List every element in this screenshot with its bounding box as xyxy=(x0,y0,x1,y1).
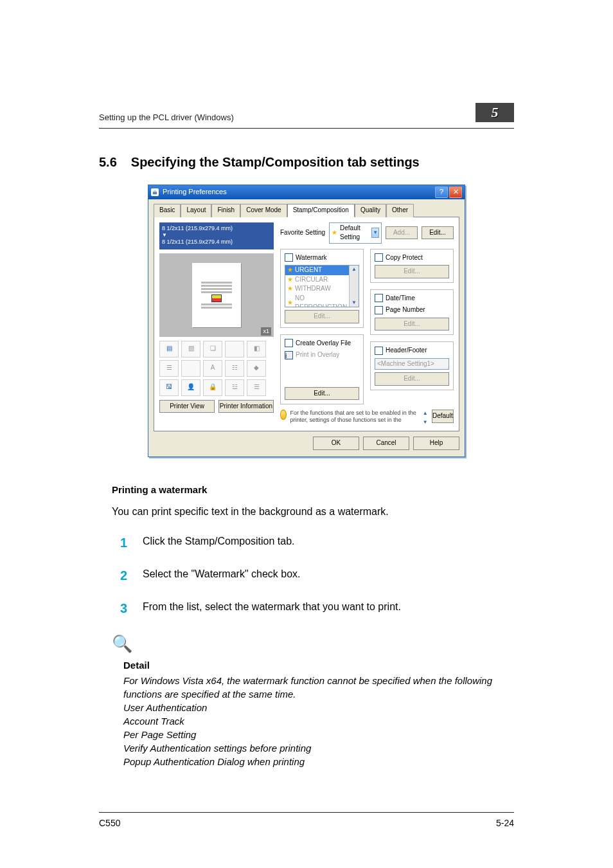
page-number-checkbox[interactable]: Page Number xyxy=(375,305,449,315)
opt-icon-4[interactable] xyxy=(225,341,244,357)
opt-icon-15[interactable]: ☰ xyxy=(247,379,266,396)
intro-paragraph: You can print specific text in the backg… xyxy=(112,504,514,519)
detail-body: For Windows Vista x64, the watermark fun… xyxy=(123,674,514,768)
opt-icon-14[interactable]: ☳ xyxy=(225,379,244,396)
star-icon: ★ xyxy=(332,228,337,238)
titlebar[interactable]: Printing Preferences ? ✕ xyxy=(148,185,465,199)
bulb-icon xyxy=(280,410,287,420)
tab-stamp-composition[interactable]: Stamp/Composition xyxy=(287,204,355,217)
detail-heading: Detail xyxy=(123,658,514,673)
section-title: Specifying the Stamp/Composition tab set… xyxy=(131,153,420,172)
magnifier-icon: 🔍 xyxy=(112,632,514,656)
svg-rect-0 xyxy=(153,192,157,194)
copy-protect-edit-button[interactable]: Edit... xyxy=(375,265,449,278)
tab-layout[interactable]: Layout xyxy=(181,204,211,217)
opt-icon-13[interactable]: 🔒 xyxy=(203,379,222,396)
overlay-group: Create Overlay File iPrint in Overlay Ed… xyxy=(280,334,364,405)
create-overlay-checkbox[interactable]: Create Overlay File xyxy=(285,339,359,348)
app-icon xyxy=(151,188,159,196)
overlay-edit-button[interactable]: Edit... xyxy=(285,387,359,401)
watermark-check-label: Watermark xyxy=(296,253,327,263)
opt-icon-2[interactable]: ▧ xyxy=(181,341,200,357)
header-footer-edit-button[interactable]: Edit... xyxy=(375,372,449,386)
favorite-setting-label: Favorite Setting xyxy=(280,228,325,238)
detail-block: 🔍 Detail For Windows Vista x64, the wate… xyxy=(112,632,514,768)
opt-icon-12[interactable]: 👤 xyxy=(181,379,200,396)
running-head: Setting up the PCL driver (Windows) xyxy=(99,112,514,129)
paper-info: 8 1/2x11 (215.9x279.4 mm) ▼ 8 1/2x11 (21… xyxy=(159,222,274,249)
tab-finish[interactable]: Finish xyxy=(211,204,240,217)
chevron-down-icon: ▼ xyxy=(371,228,379,238)
list-item: ★WITHDRAW xyxy=(285,284,359,294)
dialog-footer: OK Cancel Help xyxy=(154,431,459,450)
opt-icon-6[interactable]: ☰ xyxy=(159,360,179,377)
watermark-checkbox[interactable]: Watermark xyxy=(285,253,359,263)
dialog-title: Printing Preferences xyxy=(163,187,227,197)
list-item: ★URGENT xyxy=(285,266,359,275)
copy-protect-group: Copy Protect Edit... xyxy=(370,249,454,283)
tab-quality[interactable]: Quality xyxy=(355,204,386,217)
tab-strip: Basic Layout Finish Cover Mode Stamp/Com… xyxy=(154,203,459,217)
scrollbar[interactable]: ▲▼ xyxy=(349,266,359,307)
print-in-overlay-checkbox[interactable]: iPrint in Overlay xyxy=(285,350,359,360)
favorite-setting-select[interactable]: ★ Default Setting ▼ xyxy=(329,222,382,244)
copy-protect-checkbox[interactable]: Copy Protect xyxy=(375,253,449,263)
hint-text: For the functions that are set to be ena… xyxy=(290,410,419,424)
flag-icon xyxy=(211,294,222,302)
opt-icon-3[interactable]: ❏ xyxy=(203,341,222,357)
subheading: Printing a watermark xyxy=(112,483,514,497)
header-footer-select[interactable]: <Machine Setting1> xyxy=(375,358,449,370)
favorite-edit-button[interactable]: Edit... xyxy=(422,226,454,240)
date-page-edit-button[interactable]: Edit... xyxy=(375,318,449,331)
tab-basic[interactable]: Basic xyxy=(154,204,181,217)
favorite-add-button[interactable]: Add... xyxy=(386,226,418,240)
opt-icon-7[interactable] xyxy=(181,360,200,377)
footer-left: C550 xyxy=(99,817,120,829)
step-1: 1Click the Stamp/Composition tab. xyxy=(112,534,514,552)
section-heading: 5.6 Specifying the Stamp/Composition tab… xyxy=(99,153,514,172)
opt-icon-5[interactable]: ◧ xyxy=(247,341,266,357)
running-head-text: Setting up the PCL driver (Windows) xyxy=(99,113,234,122)
paper-info-line-2: 8 1/2x11 (215.9x279.4 mm) xyxy=(162,238,271,246)
opt-icon-10[interactable]: ◆ xyxy=(247,360,266,377)
svg-rect-1 xyxy=(154,190,155,192)
watermark-edit-button[interactable]: Edit... xyxy=(285,310,359,323)
header-footer-group: Header/Footer <Machine Setting1> Edit... xyxy=(370,341,454,390)
paper-info-line-1: 8 1/2x11 (215.9x279.4 mm) xyxy=(162,224,271,233)
chapter-number: 5 xyxy=(492,102,499,123)
watermark-listbox[interactable]: ★URGENT ★CIRCULAR ★WITHDRAW ★NO REPRODUC… xyxy=(285,265,359,307)
chapter-badge: 5 xyxy=(475,103,514,122)
watermark-group: Watermark ★URGENT ★CIRCULAR ★WITHDRAW ★N… xyxy=(280,249,364,328)
ok-button[interactable]: OK xyxy=(313,437,359,450)
page-preview: x1 xyxy=(159,253,274,337)
list-item: ★CIRCULAR xyxy=(285,275,359,285)
list-item: ★NO REPRODUCTION xyxy=(285,294,359,308)
opt-icon-1[interactable]: ▤ xyxy=(159,341,179,357)
opt-icon-8[interactable]: A xyxy=(203,360,222,377)
hint-scroll[interactable]: ▲▼ xyxy=(423,410,428,426)
date-page-group: Date/Time Page Number Edit... xyxy=(370,289,454,336)
page-footer: C550 5-24 xyxy=(99,812,514,829)
cancel-button[interactable]: Cancel xyxy=(363,437,409,450)
help-icon[interactable]: ? xyxy=(435,186,448,198)
tab-other[interactable]: Other xyxy=(386,204,414,217)
printer-view-button[interactable]: Printer View xyxy=(159,400,215,413)
footer-right: 5-24 xyxy=(496,817,514,829)
help-button[interactable]: Help xyxy=(413,437,459,450)
tab-cover-mode[interactable]: Cover Mode xyxy=(240,204,287,217)
default-button[interactable]: Default xyxy=(432,410,454,423)
step-2: 2Select the "Watermark" check box. xyxy=(112,566,514,585)
opt-icon-9[interactable]: ☷ xyxy=(225,360,244,377)
printing-preferences-dialog: Printing Preferences ? ✕ Basic Layout Fi… xyxy=(148,185,465,457)
close-icon[interactable]: ✕ xyxy=(449,186,462,198)
option-icon-grid: ▤ ▧ ❏ ◧ ☰ A ☷ ◆ 🖫 👤 🔒 xyxy=(159,341,274,396)
header-footer-checkbox[interactable]: Header/Footer xyxy=(375,346,449,356)
favorite-setting-value: Default Setting xyxy=(340,224,369,242)
printer-information-button[interactable]: Printer Information xyxy=(218,400,274,413)
date-time-checkbox[interactable]: Date/Time xyxy=(375,294,449,303)
step-list: 1Click the Stamp/Composition tab. 2Selec… xyxy=(112,534,514,618)
opt-icon-11[interactable]: 🖫 xyxy=(159,379,179,396)
preview-sheet xyxy=(192,263,241,327)
hint-row: For the functions that are set to be ena… xyxy=(280,410,454,426)
step-3: 3From the list, select the watermark tha… xyxy=(112,599,514,618)
